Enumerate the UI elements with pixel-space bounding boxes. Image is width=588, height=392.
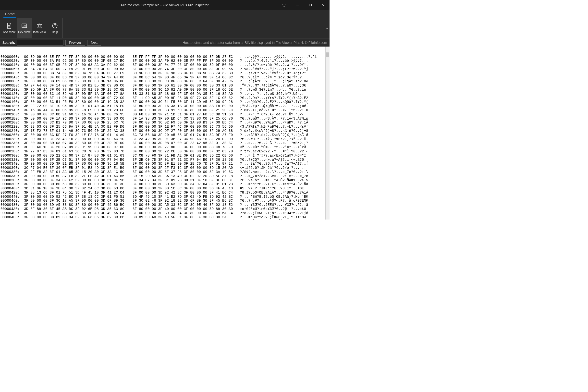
hex-view-label: Hex View bbox=[18, 30, 30, 34]
hex-cell: 3F 80 00 00 3F 04 77 96 3F 00 00 00 39 9… bbox=[131, 63, 237, 67]
camera-icon bbox=[36, 22, 43, 29]
hex-row: 00000320:3F 80 00 00 3F 2B C7 51 3F 00 0… bbox=[0, 158, 330, 162]
menu-home[interactable]: Home bbox=[4, 11, 16, 18]
hex-row: 00000020:3F 00 00 00 3A F9 62 00 3F 80 0… bbox=[0, 59, 330, 63]
hex-cell: 3F 23 42 95 3F 01 3B 37 3C 9E AC 10 3F 2… bbox=[131, 137, 237, 141]
ascii-cell: ?€..?+ÇQ?...<÷.à?+À}?.‡!<÷.à?6.[ bbox=[237, 158, 330, 162]
hex-row: 00000080:3F 00 00 00 3B 74 3F 80 3F 04 7… bbox=[0, 71, 330, 76]
ascii-cell: ?...;t?€?.vä?.'é9Ÿ°.?.û?.<^;t?° bbox=[237, 71, 330, 76]
hex-cell: 3F 80 00 00 3F 2B C7 51 3F 00 00 00 3C F… bbox=[22, 158, 131, 162]
hex-cell: 3F 00 00 00 3C 8B 91 60 3F 80 00 00 3F 2… bbox=[131, 108, 237, 112]
hex-row: 00000260:3F 00 00 00 3C DF 27 F0 3F 1E F… bbox=[0, 133, 330, 137]
hex-row: 00000180:3B 9F 72 C0 3F 1C C6 B5 3F 01 0… bbox=[0, 104, 330, 108]
ascii-cell: ?._.?.wŠ;3€?.ln?...<.. ?€..?.ln bbox=[237, 88, 330, 92]
window-controls bbox=[278, 0, 330, 10]
hex-row: 000002E0:3F 27 87 B3 3F 01 61 63 3C C8 7… bbox=[0, 150, 330, 154]
hex-row: 00000060:3F 04 76 E4 3F 00 27 E9 39 9F B… bbox=[0, 67, 330, 71]
hex-cell: 00 00 00 00 3F 0B 26 2F 3F 00 63 AC 3A F… bbox=[22, 63, 131, 67]
menu-bar: Home bbox=[0, 10, 330, 18]
icon-view-button[interactable]: Icon View bbox=[32, 18, 47, 38]
hex-cell: 3F 80 00 00 3F 11 D0 6D 3F 00 00 00 3B 9… bbox=[22, 96, 131, 100]
hex-row: 00000420:3F 38 13 CC 3F 01 F5 51 3D 4F 4… bbox=[0, 190, 330, 195]
ascii-cell: ?€..?CÔe?...=›™H?CÉÑ?.^.=›™H?M.F bbox=[237, 219, 330, 220]
search-input[interactable] bbox=[17, 40, 64, 46]
hex-cell: 3F 00 00 00 3D 5F 37 F8 3F 2F EB A2 3F 0… bbox=[22, 174, 131, 178]
close-icon bbox=[322, 4, 324, 6]
ascii-cell: ?8.Ì?.õQ=OE.?AìÄ?...='B¼?€..?AìÄ bbox=[237, 190, 330, 195]
offset-cell: 00000060: bbox=[0, 67, 22, 71]
offset-cell: 000000A0: bbox=[0, 76, 22, 80]
hex-cell: 3F 3C 0E 46 3F 02 18 E2 3D 6F B9 30 3F 4… bbox=[131, 199, 237, 203]
previous-button[interactable]: Previous bbox=[66, 40, 85, 46]
offset-cell: 00000220: bbox=[0, 125, 22, 129]
hex-cell: 3D 6F B9 30 3F 45 AB DC 3F 02 6E D8 3D A… bbox=[22, 207, 131, 211]
offset-cell: 000001A0: bbox=[0, 108, 22, 112]
help-button[interactable]: Help bbox=[47, 18, 62, 38]
ascii-cell: <÷.à?6.ë?.ãM=?á°?€..?/ó.?...=. bbox=[237, 166, 330, 170]
hex-cell: 3F 00 00 00 3D 3F E1 B0 3F 80 00 00 3F 3… bbox=[22, 162, 131, 166]
hex-cell: 3C F7 04 E0 3F 36 0F EB 3F 01 E3 4D 3D 3… bbox=[22, 166, 131, 170]
ascii-cell: ?...='B¼?8.Ì?.õQ=OE.?Aâ}?.Mþ='B¼ bbox=[237, 195, 330, 199]
offset-cell: 00000120: bbox=[0, 92, 22, 96]
minimize-button[interactable] bbox=[291, 0, 304, 10]
offset-cell: 00000280: bbox=[0, 137, 22, 141]
hex-cell: 3F 00 00 00 3D 22 CE 60 3F 80 00 00 3F 3… bbox=[131, 150, 237, 154]
offset-cell: 000000E0: bbox=[0, 84, 22, 88]
hex-cell: 3F 80 00 00 3F 43 D4 65 3F 00 00 00 3D 9… bbox=[22, 219, 131, 220]
ascii-cell: <3.À?%fš?.NZ<²ùÐ?€..?.÷L?...<sV` bbox=[237, 125, 330, 129]
hex-row: 000002A0:3F 00 00 00 3D 08 07 00 3F 80 0… bbox=[0, 141, 330, 145]
ascii-cell: ?.vä?.'é9Ÿ°.?.™j?...;t?°?€..?.™j bbox=[237, 67, 330, 71]
offset-cell: 000004A0: bbox=[0, 207, 22, 211]
hex-cell: 3E FF FF FF 3F 00 00 00 00 00 00 00 3F 0… bbox=[131, 55, 237, 59]
next-button[interactable]: Next bbox=[87, 40, 101, 46]
offset-cell: 000002A0: bbox=[0, 141, 22, 145]
hex-row: 000001E0:3F 80 00 00 3F 1A 9C D9 3F 00 0… bbox=[0, 116, 330, 121]
ascii-cell: ;ŸrÀ?.Æµ?..@<Qõà?€..?.:.?...;øé. bbox=[237, 104, 330, 108]
hex-row: 00000360:3C F7 04 E0 3F 36 0F EB 3F 01 E… bbox=[0, 166, 330, 170]
hex-cell: 3D 31 0F 10 3F 3E 04 90 3F 02 2A 6C 3D 8… bbox=[22, 186, 131, 190]
ascii-cell: ?.6¤?.Æ•;øé.?! ü?...<‹'`?€..?! ü bbox=[237, 108, 330, 112]
offset-cell: 00000480: bbox=[0, 203, 22, 207]
hex-cell: 3F 00 00 00 3C 51 F5 E0 3F 11 CD A5 3F 0… bbox=[131, 100, 237, 104]
offset-cell: 000003C0: bbox=[0, 178, 22, 182]
offset-cell: 000000C0: bbox=[0, 80, 22, 84]
svg-point-12 bbox=[55, 27, 55, 27]
scrollbar[interactable] bbox=[325, 46, 330, 220]
hex-row: 000003E0:3F 00 00 00 3D 80 63 B0 3F 80 0… bbox=[0, 182, 330, 186]
offset-cell: 00000260: bbox=[0, 133, 22, 137]
maximize-icon bbox=[309, 4, 312, 6]
watermark-text: Hexadecimal and character data from a .B… bbox=[182, 41, 327, 44]
collapse-ribbon-button[interactable] bbox=[326, 27, 328, 30]
maximize-button[interactable] bbox=[304, 0, 317, 10]
hex-view-button[interactable]: 101 Hex View bbox=[17, 18, 32, 38]
ascii-cell: ?...=?á°?€..?6.[?...=?á°?+À}?.‡! bbox=[237, 162, 330, 166]
fullscreen-button[interactable] bbox=[278, 0, 290, 10]
close-button[interactable] bbox=[317, 0, 330, 10]
svg-point-10 bbox=[38, 25, 40, 27]
hex-cell: 3C 73 56 60 3F 29 A5 B8 3F 01 74 51 3C D… bbox=[131, 133, 237, 137]
hex-row: 00000280:3F 80 00 00 3F 23 48 16 3F 00 0… bbox=[0, 137, 330, 141]
ascii-cell: ?'‡³?.ac<Èxð?2.{?...="Î`?€..?2.{ bbox=[237, 150, 330, 154]
hex-cell: 3F 00 00 00 3B 74 3F B0 3F 80 00 00 3F 0… bbox=[131, 67, 237, 71]
hex-cell: 3D 4F 45 10 3F 41 E2 7D 3F 02 4D FE 3D 9… bbox=[131, 195, 237, 199]
text-view-label: Text View bbox=[3, 30, 15, 34]
offset-cell: 000004C0: bbox=[0, 211, 22, 215]
hex-cell: 3F 27 87 B3 3F 01 61 63 3C C8 78 F0 3F 3… bbox=[22, 150, 131, 154]
hex-cell: 3F 00 00 00 3D 5F 37 F8 3F 80 00 00 3F 3… bbox=[131, 170, 237, 174]
hex-cell: 3F 43 C9 D1 3F 02 5E 02 3D 9B 99 48 3F 4… bbox=[131, 219, 237, 220]
hex-row: 000001A0:3F 16 36 A4 3F 00 C6 95 3B F8 E… bbox=[0, 108, 330, 112]
text-view-button[interactable]: Text View bbox=[2, 18, 17, 38]
hex-cell: 3B 33 81 80 3F 18 68 9F 3F 00 DA 35 3C 1… bbox=[131, 92, 237, 96]
hex-cell: 3F 80 00 00 3F 3C 17 A5 3F 00 00 00 3D 6… bbox=[22, 199, 131, 203]
hex-cell: 3D 89 30 A0 3F 49 5F B1 3F 00 EF 3D B9 3… bbox=[131, 215, 237, 220]
scrollbar-thumb[interactable] bbox=[326, 52, 329, 57]
hex-cell: 3F 00 00 00 3A F9 62 00 3F 80 00 00 3F 0… bbox=[22, 59, 131, 63]
offset-cell: 00000300: bbox=[0, 154, 22, 158]
title-bar: FileInfo.com Example.bin - File Viewer P… bbox=[0, 0, 330, 10]
hex-cell: 00 3D 09 00 3E FF FF FF 3F 00 00 00 00 0… bbox=[22, 55, 131, 59]
offset-cell: 000001E0: bbox=[0, 116, 22, 121]
hex-row: 00000480:3F 00 00 00 3D A5 33 8C 3F 80 0… bbox=[0, 203, 330, 207]
offset-cell: 00000100: bbox=[0, 88, 22, 92]
hex-cell: 3F 00 00 00 3C 16 82 A0 3F 0D 5F 1A 3F 0… bbox=[22, 92, 131, 96]
offset-cell: 000002C0: bbox=[0, 145, 22, 150]
